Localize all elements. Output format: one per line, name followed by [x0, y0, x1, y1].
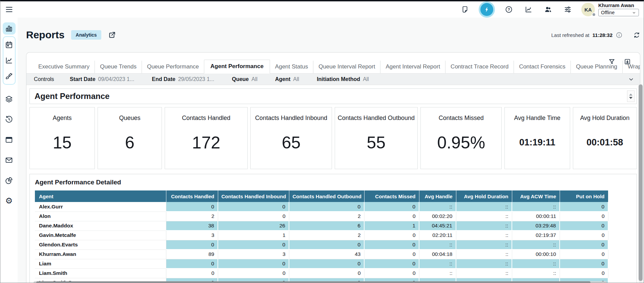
column-header-contacts-handled-inbound[interactable]: Contacts Handled Inbound: [218, 190, 289, 202]
column-header-put-on-hold[interactable]: Put on Hold: [560, 190, 608, 202]
value-cell: ::: [512, 202, 560, 211]
value-cell: 0: [364, 202, 419, 211]
value-cell: 0: [289, 259, 364, 268]
column-header-contacts-handled[interactable]: Contacts Handled: [166, 190, 218, 202]
stepper-up-icon[interactable]: [629, 94, 632, 96]
tab-contract-trace-record[interactable]: Contract Trace Record: [445, 61, 514, 73]
column-header-avg-acw-time[interactable]: Avg ACW Time: [512, 190, 560, 202]
app-window: KA Khurram Awan Offline: [0, 0, 644, 283]
last-refreshed-time: 11:28:32: [593, 32, 612, 38]
kpi-value: 01:19:11: [519, 122, 556, 169]
kpi-label: Contacts Handled Outbound: [338, 115, 415, 122]
sidebar-item-settings[interactable]: ⚙: [5, 197, 13, 205]
tab-executive-summary[interactable]: Executive Summary: [33, 61, 95, 73]
value-cell: 0: [364, 230, 419, 240]
value-cell: 6: [289, 221, 364, 230]
filter-start-date[interactable]: Start Date09/04/2023 1...: [70, 76, 134, 82]
column-header-avg-handle[interactable]: Avg Handle: [419, 190, 456, 202]
tab-queue-interval-report[interactable]: Queue Interval Report: [313, 61, 380, 73]
sidebar-item-design[interactable]: [5, 72, 13, 80]
value-cell: ::: [456, 211, 512, 221]
value-cell: 0: [364, 249, 419, 259]
kpi-label: Avg Handle Time: [514, 115, 561, 122]
sidebar-item-reports[interactable]: [3, 22, 16, 35]
column-header-avg-hold-duration[interactable]: Avg Hold Duration: [456, 190, 512, 202]
value-cell: ::: [419, 240, 456, 249]
controls-label: Controls: [34, 76, 70, 82]
kpi-label: Contacts Handled Inbound: [255, 115, 327, 122]
sidebar-item-history[interactable]: [5, 115, 13, 124]
refresh-icon[interactable]: [633, 32, 640, 39]
kpi-value: 00:01:58: [586, 122, 623, 169]
table-header-row: AgentContacts HandledContacts Handled In…: [35, 190, 608, 202]
agent-name-cell: Liam: [35, 259, 166, 268]
info-icon[interactable]: [616, 32, 623, 39]
chevron-down-icon: [632, 11, 636, 15]
gear-icon: ⚙: [5, 197, 13, 205]
help-icon[interactable]: [505, 5, 513, 14]
sidebar-item-trends[interactable]: [5, 56, 13, 65]
tab-queue-trends[interactable]: Queue Trends: [95, 61, 142, 73]
external-link-icon[interactable]: [108, 31, 116, 39]
tab-queue-performance[interactable]: Queue Performance: [142, 61, 204, 73]
settings-sliders-icon[interactable]: [564, 5, 572, 14]
table-row: Alex.Gurr0000::::::0: [35, 202, 608, 211]
value-cell: 00:02:20: [419, 211, 456, 221]
value-cell: 26: [218, 221, 289, 230]
value-cell: 0: [218, 240, 289, 249]
report-tabs: Executive SummaryQueue TrendsQueue Perfo…: [26, 60, 640, 74]
sidebar-item-layers[interactable]: [5, 95, 13, 103]
menu-icon[interactable]: [5, 5, 13, 14]
kpi-card-agents: Agents15: [29, 107, 95, 169]
notes-icon[interactable]: [461, 5, 469, 14]
value-cell: 0: [560, 221, 608, 230]
users-icon[interactable]: [544, 5, 552, 14]
download-icon[interactable]: [624, 58, 631, 65]
sidebar-item-browser[interactable]: [5, 136, 13, 144]
tab-contact-forensics[interactable]: Contact Forensics: [514, 61, 570, 73]
kpi-value: 65: [282, 122, 301, 169]
analytics-chart-icon[interactable]: [524, 5, 533, 14]
lightning-icon[interactable]: [480, 3, 493, 16]
value-cell: 3: [166, 230, 218, 240]
value-cell: 0: [364, 268, 419, 278]
tab-agent-status[interactable]: Agent Status: [270, 61, 313, 73]
status-select[interactable]: Offline: [598, 9, 639, 16]
avatar[interactable]: KA: [581, 3, 595, 16]
sidebar-rest: ⚙: [5, 95, 13, 205]
controls-collapse-chevron-icon[interactable]: [628, 76, 635, 83]
sidebar-group: [3, 36, 16, 85]
column-header-agent[interactable]: Agent: [35, 190, 166, 202]
value-cell: 0: [218, 259, 289, 268]
sidebar-item-mail[interactable]: [5, 156, 13, 164]
value-cell: 0: [166, 202, 218, 211]
calendar-icon: [5, 41, 13, 49]
tab-agent-performance[interactable]: Agent Performance: [204, 60, 270, 74]
filter-funnel-icon[interactable]: [608, 58, 616, 65]
filter-agent[interactable]: AgentAll: [275, 76, 299, 82]
history-icon: [5, 115, 13, 124]
stepper-down-icon[interactable]: [629, 97, 632, 99]
sidebar-item-reports-pie[interactable]: [5, 176, 13, 185]
value-cell: 03:29:48: [512, 221, 560, 230]
value-cell: 04:45:21: [419, 221, 456, 230]
value-cell: 43: [289, 249, 364, 259]
agent-name-cell: Glendon.Evarts: [35, 240, 166, 249]
value-cell: 2: [166, 211, 218, 221]
value-cell: 02:20:11: [419, 230, 456, 240]
column-header-contacts-handled-outbound[interactable]: Contacts Handled Outbound: [289, 190, 364, 202]
column-header-contacts-missed[interactable]: Contacts Missed: [364, 190, 419, 202]
sidebar-item-calendar[interactable]: [5, 41, 13, 49]
filter-value: All: [251, 76, 257, 82]
value-cell: ::: [512, 240, 560, 249]
kpi-value: 6: [125, 122, 134, 169]
stepper-control: [627, 90, 635, 102]
value-cell: ::: [456, 221, 512, 230]
tab-agent-interval-report[interactable]: Agent Interval Report: [380, 61, 445, 73]
user-block: Khurram Awan Offline: [598, 3, 639, 16]
filter-queue[interactable]: QueueAll: [232, 76, 257, 82]
filter-initiation-method[interactable]: Initiation MethodAll: [317, 76, 369, 82]
filter-end-date[interactable]: End Date29/05/2023 1...: [152, 76, 214, 82]
vertical-scrollbar-thumb[interactable]: [639, 84, 643, 281]
value-cell: 0: [560, 211, 608, 221]
